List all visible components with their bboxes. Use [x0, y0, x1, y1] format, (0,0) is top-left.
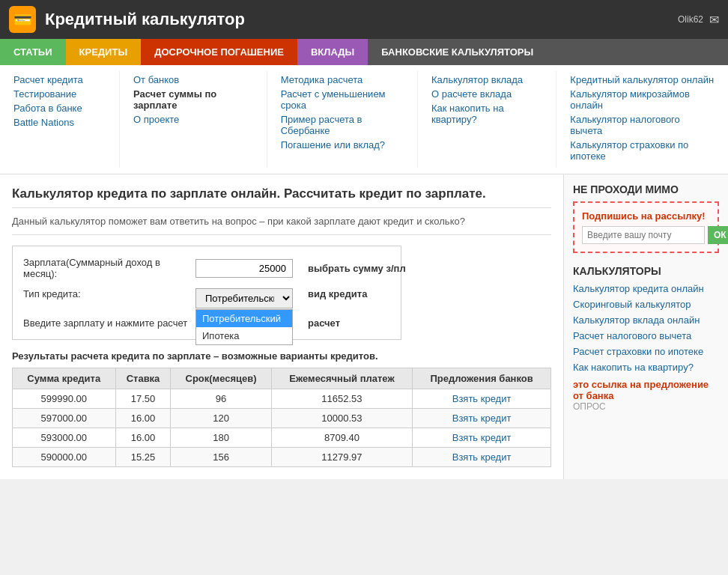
results-title: Результаты расчета кредита по зарплате –… — [12, 350, 551, 362]
cell-amount: 599990.00 — [13, 389, 116, 409]
nav-credits[interactable]: КРЕДИТЫ — [66, 39, 142, 65]
cell-rate: 17.50 — [115, 389, 171, 409]
salary-row: Зарплата(Суммарный доход в месяц): выбра… — [23, 257, 390, 279]
subnav-link-work-bank[interactable]: Работа в банке — [13, 103, 106, 114]
subscribe-button[interactable]: ОК — [708, 226, 728, 244]
sidebar-link-apartment[interactable]: Как накопить на квартиру? — [573, 362, 719, 373]
main-content: Калькулятор кредита по зарплате онлайн. … — [0, 174, 563, 479]
credit-type-select[interactable]: Потребительский Ипотека — [195, 288, 293, 308]
subnav-link-reduce-term[interactable]: Расчет с уменьшением срока — [281, 88, 404, 111]
form-note: Введите зарплату и нажмите расчет — [23, 317, 188, 329]
credit-type-hint: вид кредита — [308, 288, 367, 299]
cell-term: 120 — [171, 409, 271, 428]
nav-deposits[interactable]: ВКЛАДЫ — [297, 39, 368, 65]
cell-link[interactable]: Взять кредит — [413, 448, 551, 467]
cell-link[interactable]: Взять кредит — [413, 428, 551, 448]
subnav-link-microloan-calc[interactable]: Калькулятор микрозаймов онлайн — [570, 88, 715, 111]
take-credit-link[interactable]: Взять кредит — [452, 451, 512, 463]
subscribe-box: Подпишись на рассылку! ОК — [573, 201, 719, 253]
salary-input[interactable] — [195, 259, 293, 278]
sidebar-link-credit-calc[interactable]: Калькулятор кредита онлайн — [573, 283, 719, 294]
salary-hint: выбрать сумму з/пл — [308, 263, 406, 274]
calc-title: КАЛЬКУЛЯТОРЫ — [573, 265, 719, 277]
take-credit-link[interactable]: Взять кредит — [452, 432, 512, 443]
calc-hint: расчет — [308, 317, 340, 329]
cell-rate: 16.00 — [115, 428, 171, 448]
subnav-link-deposit-calc[interactable]: Калькулятор вклада — [431, 74, 542, 85]
col-term: Срок(месяцев) — [171, 368, 271, 389]
cell-rate: 16.00 — [115, 409, 171, 428]
subnav-link-testing[interactable]: Тестирование — [13, 88, 106, 100]
subnav-link-repay-deposit[interactable]: Погашение или вклад? — [281, 139, 404, 150]
subnav-link-from-banks[interactable]: От банков — [133, 74, 253, 85]
cell-term: 180 — [171, 428, 271, 448]
credit-type-row: Тип кредита: Потребительский Ипотека Пот… — [23, 288, 390, 308]
promo-title: НЕ ПРОХОДИ МИМО — [573, 183, 719, 195]
cell-link[interactable]: Взять кредит — [413, 389, 551, 409]
page-title: Калькулятор кредита по зарплате онлайн. … — [12, 186, 551, 208]
sidebar-note: это ссылка на предложение от банка — [573, 379, 719, 401]
col-rate: Ставка — [115, 368, 171, 389]
results-table: Сумма кредита Ставка Срок(месяцев) Ежеме… — [12, 368, 551, 467]
subnav-link-calc-credit[interactable]: Расчет кредита — [13, 74, 106, 85]
subnav-col-4: Кредитный калькулятор онлайн Калькулятор… — [556, 71, 728, 168]
sidebar-note2: ОПРОС — [573, 401, 719, 412]
cell-term: 156 — [171, 448, 271, 467]
subnav-link-tax-deduction-calc[interactable]: Калькулятор налогового вычета — [570, 114, 715, 136]
subnav-col-1: От банков Расчет суммы по зарплате О про… — [120, 71, 267, 168]
table-row: 599990.00 17.50 96 11652.53 Взять кредит — [13, 389, 551, 409]
subnav-link-credit-calc-online[interactable]: Кредитный калькулятор онлайн — [570, 74, 715, 85]
dropdown-item-mortgage[interactable]: Ипотека — [196, 327, 292, 344]
cell-rate: 15.25 — [115, 448, 171, 467]
sidebar-link-deposit[interactable]: Калькулятор вклада онлайн — [573, 314, 719, 326]
calc-section: КАЛЬКУЛЯТОРЫ Калькулятор кредита онлайн … — [573, 265, 719, 412]
navbar: СТАТЬИ КРЕДИТЫ ДОСРОЧНОЕ ПОГАШЕНИЕ ВКЛАД… — [0, 39, 728, 65]
cell-payment: 11652.53 — [271, 389, 412, 409]
dropdown-open: Потребительский Ипотека — [195, 309, 293, 345]
subnav-link-about[interactable]: О проекте — [133, 114, 253, 125]
nav-bank-calculators[interactable]: БАНКОВСКИЕ КАЛЬКУЛЯТОРЫ — [368, 39, 728, 65]
subnav-col-2: Методика расчета Расчет с уменьшением ср… — [267, 71, 418, 168]
site-logo: 💳 — [9, 6, 36, 33]
table-row: 590000.00 15.25 156 11279.97 Взять креди… — [13, 448, 551, 467]
header-right: Olik62 ✉ — [678, 13, 719, 27]
take-credit-link[interactable]: Взять кредит — [452, 413, 512, 424]
cell-payment: 11279.97 — [271, 448, 412, 467]
page-description: Данный калькулятор поможет вам ответить … — [12, 216, 551, 235]
subnav-link-save-apartment[interactable]: Как накопить на квартиру? — [431, 103, 542, 125]
cell-link[interactable]: Взять кредит — [413, 409, 551, 428]
subnav-link-insurance-calc[interactable]: Калькулятор страховки по ипотеке — [570, 139, 715, 162]
sidebar: НЕ ПРОХОДИ МИМО Подпишись на рассылку! О… — [563, 174, 728, 479]
nav-articles[interactable]: СТАТЬИ — [0, 39, 66, 65]
subscribe-input[interactable] — [582, 226, 705, 244]
table-row: 593000.00 16.00 180 8709.40 Взять кредит — [13, 428, 551, 448]
cell-amount: 590000.00 — [13, 448, 116, 467]
subscribe-row: ОК — [582, 226, 710, 244]
dropdown-item-consumer[interactable]: Потребительский — [196, 310, 292, 327]
nav-early-payment[interactable]: ДОСРОЧНОЕ ПОГАШЕНИЕ — [141, 39, 297, 65]
take-credit-link[interactable]: Взять кредит — [452, 393, 512, 404]
subnav-link-salary-calc[interactable]: Расчет суммы по зарплате — [133, 88, 253, 111]
envelope-icon: ✉ — [709, 13, 719, 27]
site-title: Кредитный калькулятор — [45, 10, 669, 29]
header: 💳 Кредитный калькулятор Olik62 ✉ — [0, 0, 728, 39]
credit-type-select-wrap: Потребительский Ипотека Потребительский … — [195, 288, 293, 308]
sidebar-link-insurance[interactable]: Расчет страховки по ипотеке — [573, 346, 719, 357]
subnav: Расчет кредита Тестирование Работа в бан… — [0, 65, 728, 174]
main-layout: Калькулятор кредита по зарплате онлайн. … — [0, 174, 728, 479]
subnav-link-about-deposit[interactable]: О расчете вклада — [431, 88, 542, 100]
table-row: 597000.00 16.00 120 10000.53 Взять креди… — [13, 409, 551, 428]
cell-amount: 597000.00 — [13, 409, 116, 428]
subscribe-label: Подпишись на рассылку! — [582, 210, 710, 222]
sidebar-link-tax[interactable]: Расчет налогового вычета — [573, 330, 719, 341]
table-header-row: Сумма кредита Ставка Срок(месяцев) Ежеме… — [13, 368, 551, 389]
col-payment: Ежемесячный платеж — [271, 368, 412, 389]
cell-amount: 593000.00 — [13, 428, 116, 448]
subnav-link-battle-nations[interactable]: Battle Nations — [13, 117, 106, 128]
calc-form: Зарплата(Суммарный доход в месяц): выбра… — [12, 246, 401, 340]
subnav-col-3: Калькулятор вклада О расчете вклада Как … — [418, 71, 556, 168]
subnav-link-method[interactable]: Методика расчета — [281, 74, 404, 85]
sidebar-link-scoring[interactable]: Скоринговый калькулятор — [573, 299, 719, 310]
cell-term: 96 — [171, 389, 271, 409]
subnav-link-sberbank[interactable]: Пример расчета в Сбербанке — [281, 114, 404, 136]
